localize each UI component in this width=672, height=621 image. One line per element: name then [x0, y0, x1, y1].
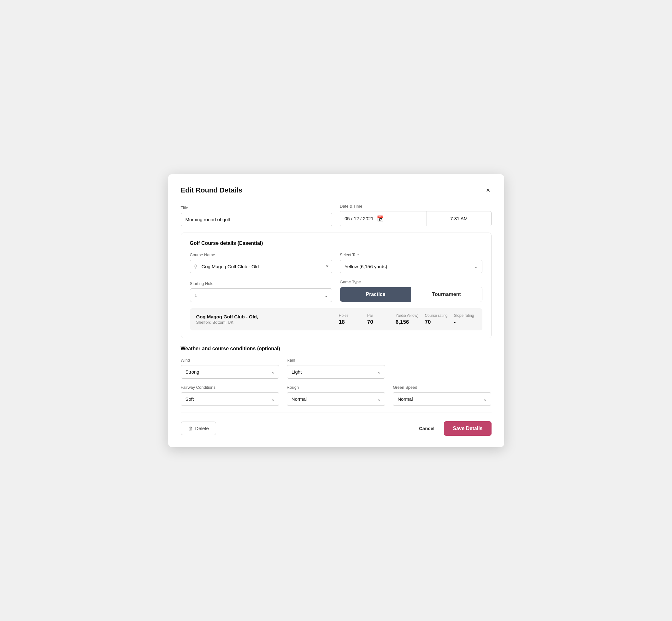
course-rating-label: Course rating: [425, 313, 447, 318]
course-stat-yards: Yards(Yellow) 6,156: [395, 313, 419, 325]
rough-label: Rough: [287, 385, 385, 390]
calendar-icon: 📅: [377, 215, 384, 222]
practice-button[interactable]: Practice: [340, 287, 411, 302]
save-button[interactable]: Save Details: [444, 421, 491, 436]
title-group: Title: [181, 205, 333, 226]
close-button[interactable]: ×: [485, 185, 492, 195]
modal: Edit Round Details × Title Date & Time 0…: [168, 174, 504, 447]
starting-hole-group: Starting Hole 1 ⌄: [190, 281, 333, 302]
starting-hole-label: Starting Hole: [190, 281, 333, 286]
delete-button[interactable]: 🗑 Delete: [181, 422, 216, 435]
select-tee-select[interactable]: Yellow (6,156 yards): [340, 260, 482, 273]
weather-section: Weather and course conditions (optional)…: [181, 346, 492, 406]
rain-group: Rain Light ⌄: [287, 358, 385, 379]
rain-select[interactable]: Light: [287, 365, 385, 379]
course-location-display: Shelford Bottom, UK: [196, 320, 333, 325]
course-tee-row: Course Name ⚲ × Select Tee Yellow (6,156…: [190, 252, 482, 273]
course-stat-slope-rating: Slope rating -: [454, 313, 476, 325]
rough-select[interactable]: Normal: [287, 392, 385, 406]
slope-rating-value: -: [454, 319, 456, 325]
yards-value: 6,156: [395, 319, 409, 325]
hole-gametype-row: Starting Hole 1 ⌄ Game Type Practice Tou…: [190, 280, 482, 302]
clear-icon[interactable]: ×: [326, 263, 329, 269]
rain-label: Rain: [287, 358, 385, 363]
holes-value: 18: [339, 319, 345, 325]
course-info-name: Gog Magog Golf Club - Old, Shelford Bott…: [196, 314, 333, 325]
date-part[interactable]: 05 / 12 / 2021 📅: [340, 211, 427, 226]
title-label: Title: [181, 205, 333, 210]
wind-select[interactable]: Strong: [181, 365, 279, 379]
cancel-button[interactable]: Cancel: [416, 422, 437, 435]
title-input[interactable]: [181, 213, 333, 226]
course-rating-value: 70: [425, 319, 431, 325]
green-speed-group: Green Speed Normal ⌄: [393, 385, 491, 406]
starting-hole-select[interactable]: 1: [190, 288, 333, 302]
datetime-group: Date & Time 05 / 12 / 2021 📅 7:31 AM: [340, 204, 492, 226]
wind-select-wrap: Strong ⌄: [181, 365, 279, 379]
holes-label: Holes: [339, 313, 349, 318]
course-name-label: Course Name: [190, 252, 333, 257]
wind-label: Wind: [181, 358, 279, 363]
course-stat-course-rating: Course rating 70: [425, 313, 447, 325]
game-type-group: Game Type Practice Tournament: [340, 280, 482, 302]
golf-course-section: Golf Course details (Essential) Course N…: [181, 233, 492, 338]
course-name-input[interactable]: [190, 260, 333, 273]
datetime-label: Date & Time: [340, 204, 492, 209]
fairway-label: Fairway Conditions: [181, 385, 279, 390]
green-speed-label: Green Speed: [393, 385, 491, 390]
golf-course-title: Golf Course details (Essential): [190, 241, 482, 246]
select-tee-group: Select Tee Yellow (6,156 yards) ⌄: [340, 252, 482, 273]
date-time-group: 05 / 12 / 2021 📅 7:31 AM: [340, 211, 492, 226]
title-datetime-row: Title Date & Time 05 / 12 / 2021 📅 7:31 …: [181, 204, 492, 226]
tournament-button[interactable]: Tournament: [411, 287, 482, 302]
wind-group: Wind Strong ⌄: [181, 358, 279, 379]
delete-label: Delete: [195, 426, 209, 431]
game-type-toggle: Practice Tournament: [340, 287, 482, 302]
modal-title: Edit Round Details: [181, 186, 243, 194]
select-tee-wrap: Yellow (6,156 yards) ⌄: [340, 260, 482, 273]
course-stat-par: Par 70: [367, 313, 389, 325]
course-name-group: Course Name ⚲ ×: [190, 252, 333, 273]
fairway-select[interactable]: Soft: [181, 392, 279, 406]
par-value: 70: [367, 319, 373, 325]
fairway-rough-green-row: Fairway Conditions Soft ⌄ Rough Normal ⌄: [181, 385, 492, 406]
fairway-select-wrap: Soft ⌄: [181, 392, 279, 406]
wind-rain-row: Wind Strong ⌄ Rain Light ⌄: [181, 358, 492, 379]
rough-group: Rough Normal ⌄: [287, 385, 385, 406]
date-value: 05 / 12 / 2021: [344, 216, 374, 221]
course-stat-holes: Holes 18: [339, 313, 361, 325]
green-speed-select[interactable]: Normal: [393, 392, 491, 406]
search-icon: ⚲: [194, 263, 197, 270]
footer-divider: [181, 412, 492, 412]
time-part[interactable]: 7:31 AM: [427, 211, 491, 226]
course-name-display: Gog Magog Golf Club - Old,: [196, 314, 333, 319]
rough-select-wrap: Normal ⌄: [287, 392, 385, 406]
footer-right: Cancel Save Details: [416, 421, 491, 436]
yards-label: Yards(Yellow): [395, 313, 419, 318]
green-speed-select-wrap: Normal ⌄: [393, 392, 491, 406]
trash-icon: 🗑: [188, 426, 193, 431]
par-label: Par: [367, 313, 373, 318]
starting-hole-wrap: 1 ⌄: [190, 288, 333, 302]
rain-select-wrap: Light ⌄: [287, 365, 385, 379]
time-value: 7:31 AM: [450, 216, 468, 221]
weather-section-title: Weather and course conditions (optional): [181, 346, 492, 351]
course-name-wrap: ⚲ ×: [190, 260, 333, 273]
select-tee-label: Select Tee: [340, 252, 482, 257]
game-type-label: Game Type: [340, 280, 482, 284]
modal-header: Edit Round Details ×: [181, 185, 492, 195]
footer-row: 🗑 Delete Cancel Save Details: [181, 421, 492, 436]
course-info-row: Gog Magog Golf Club - Old, Shelford Bott…: [190, 308, 482, 330]
fairway-group: Fairway Conditions Soft ⌄: [181, 385, 279, 406]
slope-rating-label: Slope rating: [454, 313, 474, 318]
